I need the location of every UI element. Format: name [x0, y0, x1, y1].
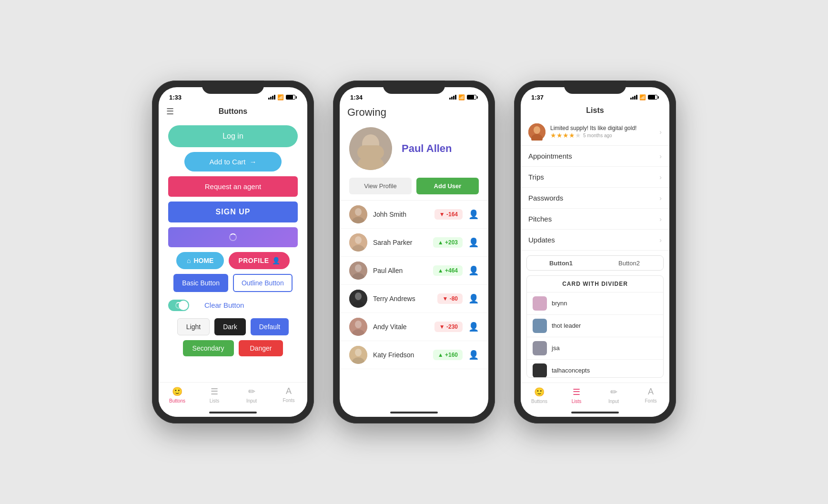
user-avatar: [349, 205, 367, 223]
tab-input[interactable]: ✏ Input: [233, 386, 270, 403]
tab-fonts[interactable]: A Fonts: [270, 386, 307, 403]
svg-point-14: [355, 292, 362, 300]
outline-button[interactable]: Outline Button: [233, 274, 293, 292]
card-list-item[interactable]: brynn: [527, 292, 663, 315]
user-row[interactable]: Johh Smith ▼ -164 👤: [340, 201, 488, 229]
signup-button[interactable]: SIGN UP: [168, 202, 298, 222]
signal-icon-2: [449, 95, 456, 100]
notch-1: [202, 81, 264, 94]
home-icon: ⌂: [187, 257, 191, 264]
danger-button[interactable]: Danger: [239, 340, 283, 356]
avatar: [349, 127, 392, 170]
tab-lists[interactable]: ☰ Lists: [196, 386, 233, 403]
review-item[interactable]: Limited supply! Its like digital gold! ★…: [521, 119, 669, 146]
tab-buttons[interactable]: 🙂 Buttons: [159, 386, 196, 403]
user-avatar: [349, 346, 367, 364]
add-to-cart-button[interactable]: Add to Cart →: [184, 152, 282, 171]
list-item[interactable]: Passwords ›: [521, 188, 669, 209]
user-profile-icon[interactable]: 👤: [468, 322, 479, 332]
view-profile-button[interactable]: View Profile: [349, 178, 412, 194]
wifi-icon-3: 📶: [639, 94, 646, 101]
hamburger-icon[interactable]: ☰: [166, 106, 174, 117]
user-avatar: [349, 318, 367, 336]
profile-button[interactable]: PROFILE 👤: [229, 252, 290, 269]
dark-button[interactable]: Dark: [214, 318, 246, 335]
list-item[interactable]: Updates ›: [521, 230, 669, 251]
list-chevron-icon: ›: [659, 194, 662, 202]
loading-button[interactable]: [168, 227, 298, 247]
tab-bar-1: 🙂 Buttons ☰ Lists ✏ Input A Fonts: [159, 382, 307, 408]
signal-icon: [268, 95, 275, 100]
card-list-item[interactable]: jsa: [527, 337, 663, 360]
home-profile-row: ⌂ HOME PROFILE 👤: [168, 252, 298, 269]
phone-buttons: 1:33 📶 ☰ Buttons: [152, 81, 314, 423]
list-item[interactable]: Trips ›: [521, 167, 669, 188]
toggle-switch[interactable]: [168, 300, 189, 311]
toggle-clear-row: Clear Button: [168, 297, 298, 313]
svg-point-8: [355, 236, 362, 244]
home-button[interactable]: ⌂ HOME: [176, 252, 224, 269]
user-profile-icon[interactable]: 👤: [468, 265, 479, 276]
user-row[interactable]: Terry Andrews ▼ -80 👤: [340, 285, 488, 313]
list-chevron-icon: ›: [659, 236, 662, 244]
svg-point-23: [534, 126, 540, 134]
user-row[interactable]: Andy Vitale ▼ -230 👤: [340, 313, 488, 341]
review-content: Limited supply! Its like digital gold! ★…: [550, 125, 655, 139]
svg-point-5: [355, 208, 362, 216]
request-agent-button[interactable]: Request an agent: [168, 176, 298, 197]
user-profile-icon[interactable]: 👤: [468, 293, 479, 304]
time-2: 1:34: [350, 94, 363, 101]
review-chevron: ›: [659, 128, 662, 136]
tab-buttons-icon: 🙂: [172, 386, 182, 397]
login-button[interactable]: Log in: [168, 125, 298, 147]
segment-tab[interactable]: Button1: [527, 256, 595, 270]
list-chevron-icon: ›: [659, 215, 662, 223]
profile-buttons: View Profile Add User: [340, 178, 488, 200]
tab-fonts-icon: A: [286, 386, 292, 396]
user-name: Katy Friedson: [373, 351, 427, 359]
secondary-button[interactable]: Secondary: [183, 340, 234, 356]
card-list-item[interactable]: thot leader: [527, 315, 663, 337]
time-1: 1:33: [169, 94, 182, 101]
avatar-image: [349, 127, 392, 170]
basic-button[interactable]: Basic Button: [173, 274, 228, 292]
review-text: Limited supply! Its like digital gold!: [550, 125, 655, 131]
user-row[interactable]: Katy Friedson ▲ +160 👤: [340, 341, 488, 369]
list-chevron-icon: ›: [659, 173, 662, 181]
svg-point-17: [355, 321, 362, 328]
user-list: Johh Smith ▼ -164 👤 Sarah Parker ▲ +203 …: [340, 201, 488, 408]
app-title: Growing: [340, 104, 488, 122]
svg-point-20: [355, 349, 362, 356]
segment-tabs: Button1Button2: [526, 255, 664, 271]
user-profile-icon[interactable]: 👤: [468, 209, 479, 220]
add-user-button[interactable]: Add User: [416, 178, 479, 194]
clear-button[interactable]: Clear Button: [197, 297, 252, 313]
home-indicator-2: [340, 408, 488, 417]
card-title: CARD WITH DIVIDER: [527, 276, 663, 292]
status-icons-1: 📶: [268, 94, 297, 101]
card-list-item[interactable]: talhaconcepts: [527, 360, 663, 378]
list-item-label: Trips: [528, 173, 659, 181]
card-item-name: thot leader: [552, 322, 581, 329]
tab-3-input[interactable]: ✏ Input: [595, 387, 632, 404]
light-button[interactable]: Light: [177, 318, 210, 335]
profile-name: Paul Allen: [402, 142, 452, 155]
card-avatar: [533, 363, 547, 378]
user-profile-icon[interactable]: 👤: [468, 350, 479, 360]
tab-input-icon: ✏: [248, 386, 255, 397]
tab-3-fonts[interactable]: A Fonts: [632, 387, 669, 404]
score-badge: ▲ +464: [433, 265, 463, 276]
default-button[interactable]: Default: [251, 318, 289, 335]
svg-point-11: [355, 264, 362, 272]
user-row[interactable]: Paul Allen ▲ +464 👤: [340, 257, 488, 285]
list-item[interactable]: Pitches ›: [521, 209, 669, 230]
tab-3-fonts-icon: A: [648, 387, 654, 397]
segment-tab[interactable]: Button2: [595, 256, 663, 270]
user-profile-icon[interactable]: 👤: [468, 237, 479, 248]
tab-3-buttons[interactable]: 🙂 Buttons: [521, 387, 558, 404]
tab-3-lists[interactable]: ☰ Lists: [558, 387, 595, 404]
phone-growing: 1:34 📶 Growing: [333, 81, 495, 423]
user-row[interactable]: Sarah Parker ▲ +203 👤: [340, 229, 488, 257]
wifi-icon: 📶: [277, 94, 284, 101]
list-item[interactable]: Appointments ›: [521, 146, 669, 167]
